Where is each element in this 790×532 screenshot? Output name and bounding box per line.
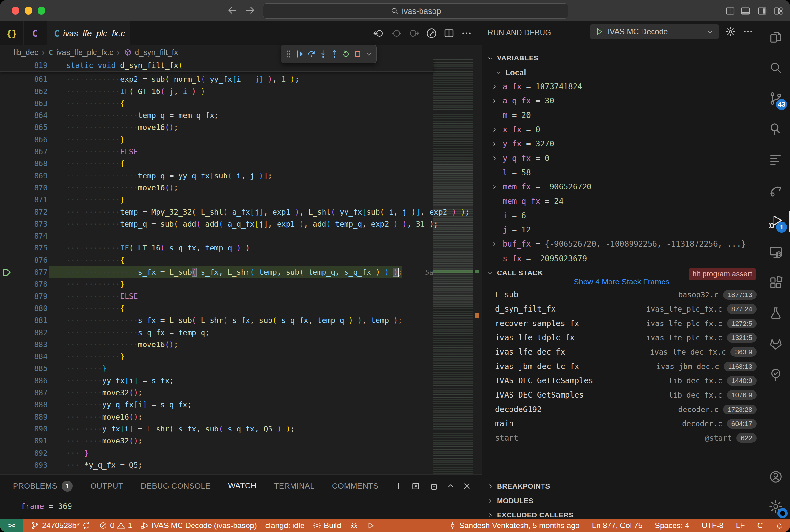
stack-frame[interactable]: ivas_jbm_dec_tc_fxivas_jbm_dec.c1168:13: [482, 359, 761, 374]
add-watch-expression-icon[interactable]: [393, 481, 403, 491]
breadcrumb-item[interactable]: lib_dec: [14, 48, 38, 57]
activity-item-testing[interactable]: [761, 299, 790, 328]
stack-frame[interactable]: decodeG192decoder.c1723:28: [482, 402, 761, 416]
start-debug-icon[interactable]: [594, 27, 604, 36]
code-line[interactable]: 872············temp = Mpy_32_32( L_shl( …: [0, 206, 434, 218]
code-line[interactable]: 882················s_q_fx = temp_q;: [0, 327, 434, 339]
breadcrumb-item[interactable]: ivas_lfe_plc_fx.c: [56, 48, 113, 57]
code-line[interactable]: 870················move16();: [0, 182, 434, 194]
code-line[interactable]: 869················temp_q = yy_q_fx[sub(…: [0, 170, 434, 182]
code-line[interactable]: 863············{: [0, 98, 434, 110]
variable-row[interactable]: buf_fx = {-906526720, -1008992256, -1131…: [482, 237, 761, 251]
toggle-sidebar-icon[interactable]: [725, 6, 735, 16]
code-line[interactable]: 886········yy_fx[i] = s_fx;: [0, 375, 434, 387]
stack-frame[interactable]: d_syn_filt_fxivas_lfe_plc_fx.c877:24: [482, 302, 761, 316]
watch-expression[interactable]: frame = 369: [21, 502, 72, 511]
variable-row[interactable]: y_fx = 3270: [482, 137, 761, 151]
minimize-window-button[interactable]: [24, 7, 32, 15]
code-line[interactable]: 864················temp_q = mem_q_fx;: [0, 110, 434, 121]
breakpoints-section-header[interactable]: BREAKPOINTS: [482, 479, 761, 494]
bug-status[interactable]: [350, 521, 358, 530]
code-line[interactable]: 893····*y_q_fx = Q5;: [0, 459, 434, 471]
activity-item-search[interactable]: [761, 53, 790, 82]
code-line[interactable]: 891········move32();: [0, 435, 434, 447]
notifications[interactable]: [775, 521, 784, 530]
remove-all-watch-icon[interactable]: [411, 481, 421, 491]
code-line[interactable]: 873············temp_q = sub( add( add( a…: [0, 218, 434, 230]
stack-frame[interactable]: IVAS_DEC_GetSampleslib_dec_fx.c1076:9: [482, 388, 761, 402]
activity-item-gitlens[interactable]: [761, 176, 790, 205]
breadcrumb-item[interactable]: d_syn_filt_fx: [135, 48, 178, 57]
stack-frame[interactable]: L_subbasop32.c1877:13: [482, 288, 761, 302]
panel-tab-debug-console[interactable]: DEBUG CONSOLE: [141, 475, 210, 497]
more-actions-icon[interactable]: [461, 27, 472, 39]
pinned-tab-c-file[interactable]: C: [23, 21, 47, 45]
history-back-icon[interactable]: [226, 4, 238, 16]
panel-tab-watch[interactable]: WATCH: [228, 475, 257, 497]
code-line[interactable]: 892····}: [0, 447, 434, 459]
code-line[interactable]: 876············{: [0, 254, 434, 266]
variable-row[interactable]: i = 6: [482, 208, 761, 223]
nav-forward-circle-icon[interactable]: [408, 27, 420, 39]
panel-tab-output[interactable]: OUTPUT: [90, 475, 123, 497]
code-line[interactable]: 881················s_fx = L_sub( L_shr( …: [0, 315, 434, 326]
code-line[interactable]: 877················s_fx = L_sub( s_fx, L…: [0, 266, 434, 278]
variable-row[interactable]: mem_fx = -906526720: [482, 180, 761, 194]
clangd-status[interactable]: clangd: idle: [265, 521, 305, 530]
code-line[interactable]: 887········move32();: [0, 387, 434, 399]
stack-frame[interactable]: ivas_lfe_dec_fxivas_lfe_dec_fx.c363:9: [482, 345, 761, 359]
activity-item-extensions[interactable]: [761, 268, 790, 297]
minimap[interactable]: [434, 59, 473, 474]
variable-row[interactable]: a_fx = 1073741824: [482, 79, 761, 94]
code-line[interactable]: 875············IF( LT_16( s_q_fx, temp_q…: [0, 242, 434, 254]
collapse-all-icon[interactable]: [428, 481, 438, 491]
code-line[interactable]: 866············}: [0, 134, 434, 146]
activity-item-commit-search[interactable]: [761, 115, 790, 144]
activity-item-settings[interactable]: [761, 492, 790, 521]
activity-item-gitlab[interactable]: [761, 330, 790, 359]
continue-button[interactable]: [295, 49, 305, 59]
nav-circle-icon[interactable]: [391, 27, 402, 39]
split-editor-icon[interactable]: [443, 27, 455, 39]
maximize-panel-icon[interactable]: [446, 481, 456, 491]
code-line[interactable]: 883················move16();: [0, 339, 434, 351]
toggle-panel-icon[interactable]: [740, 6, 751, 16]
panel-tab-terminal[interactable]: TERMINAL: [274, 475, 314, 497]
code-line[interactable]: 868············{: [0, 158, 434, 170]
restart-button[interactable]: [341, 49, 351, 59]
excluded-callers-section-header[interactable]: EXCLUDED CALLERS: [482, 508, 761, 519]
views-more-icon[interactable]: [743, 26, 753, 37]
debug-session-chevron[interactable]: [364, 49, 374, 59]
activity-item-todo-tree[interactable]: [761, 360, 790, 390]
indentation[interactable]: Spaces: 4: [655, 521, 690, 530]
panel-tab-problems[interactable]: PROBLEMS1: [13, 475, 73, 497]
code-editor[interactable]: 860············exp1 = sub( norm_l( a_fx[…: [0, 59, 482, 474]
stack-frame[interactable]: recover_samples_fxivas_lfe_plc_fx.c1272:…: [482, 317, 761, 331]
variable-row[interactable]: x_fx = 0: [482, 122, 761, 137]
code-line[interactable]: 888········yy_q_fx[i] = s_q_fx;: [0, 399, 434, 411]
blame-status[interactable]: Sandesh Venkatesh, 5 months ago: [448, 521, 580, 530]
stop-button[interactable]: [353, 49, 362, 59]
variable-row[interactable]: mem_q_fx = 24: [482, 194, 761, 208]
scope-local[interactable]: Local: [482, 65, 761, 80]
code-line[interactable]: 879············ELSE: [0, 290, 434, 303]
modules-section-header[interactable]: MODULES: [482, 494, 761, 508]
stack-frame[interactable]: ivas_lfe_tdplc_fxivas_lfe_plc_fx.c1321:5: [482, 331, 761, 345]
code-line[interactable]: 862············IF( GT_16( j, i ) ): [0, 86, 434, 98]
variable-row[interactable]: j = 12: [482, 223, 761, 237]
history-forward-icon[interactable]: [244, 4, 256, 16]
activity-item-source-control[interactable]: 43: [761, 84, 790, 113]
variable-row[interactable]: m = 20: [482, 108, 761, 122]
step-into-button[interactable]: [318, 49, 328, 59]
code-line[interactable]: 894····move16();: [0, 471, 434, 474]
stack-frame[interactable]: IVAS_DEC_GetTcSampleslib_dec_fx.c1440:9: [482, 374, 761, 388]
step-over-button[interactable]: [307, 49, 316, 59]
toggle-secondary-sidebar-icon[interactable]: [757, 6, 767, 16]
language-mode[interactable]: C: [757, 521, 763, 530]
eol[interactable]: LF: [736, 521, 745, 530]
run-debug-editor-icon[interactable]: [426, 27, 437, 39]
close-panel-icon[interactable]: [462, 481, 472, 491]
cursor-position[interactable]: Ln 877, Col 75: [592, 521, 642, 530]
launch-config-dropdown[interactable]: IVAS MC Decode: [590, 24, 719, 39]
code-line[interactable]: 880············{: [0, 303, 434, 315]
